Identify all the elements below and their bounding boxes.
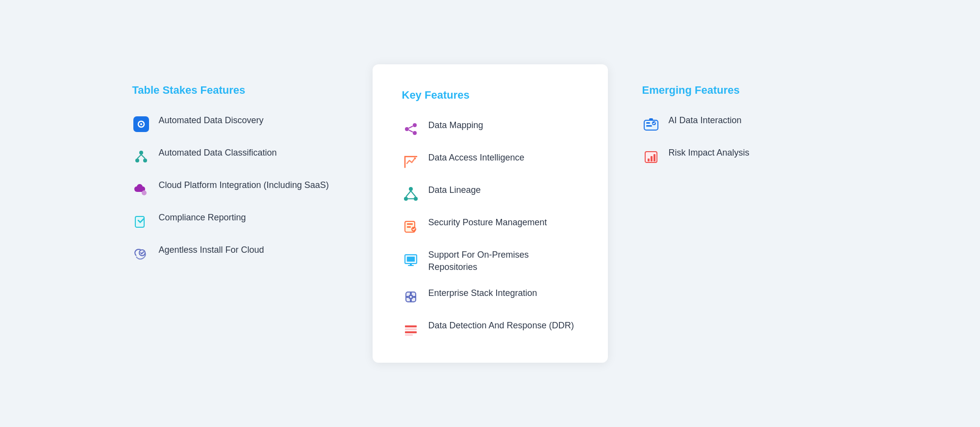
discovery-text: Automated Data Discovery — [159, 114, 264, 127]
svg-point-5 — [143, 159, 147, 162]
ai-text: AI Data Interaction — [669, 114, 742, 127]
main-container: Table Stakes Features Automated Data Dis… — [49, 64, 931, 363]
svg-rect-37 — [413, 296, 415, 298]
list-item: Data Lineage — [402, 184, 578, 203]
security-icon — [402, 217, 420, 235]
svg-line-14 — [409, 126, 413, 128]
ddr-text: Data Detection And Response (DDR) — [428, 320, 574, 332]
list-item: Security Posture Management — [402, 216, 578, 235]
key-features-list: Data Mapping Data Access Intelligence — [402, 119, 578, 338]
list-item: Agentless Install For Cloud — [132, 244, 338, 263]
classification-icon — [132, 148, 150, 165]
key-features-title: Key Features — [402, 89, 578, 102]
list-item: Data Detection And Response (DDR) — [402, 320, 578, 338]
svg-line-7 — [141, 155, 145, 159]
svg-point-18 — [404, 197, 408, 201]
svg-point-2 — [140, 123, 142, 125]
svg-rect-41 — [405, 334, 413, 336]
list-item: Automated Data Classification — [132, 147, 338, 165]
svg-point-8 — [142, 190, 147, 195]
agentless-text: Agentless Install For Cloud — [159, 244, 264, 256]
mapping-text: Data Mapping — [428, 119, 483, 132]
list-item: Cloud Platform Integration (Including Sa… — [132, 179, 338, 198]
enterprise-text: Enterprise Stack Integration — [428, 287, 537, 299]
svg-rect-29 — [410, 264, 412, 265]
svg-point-17 — [409, 187, 413, 191]
emerging-features-list: AI Data Interaction Risk Impact Analysis — [642, 114, 848, 165]
list-item: Enterprise Stack Integration — [402, 287, 578, 306]
svg-rect-24 — [407, 223, 413, 225]
risk-icon — [642, 148, 660, 165]
svg-line-21 — [411, 191, 416, 197]
svg-rect-34 — [410, 293, 412, 294]
svg-point-13 — [413, 131, 417, 135]
key-features-column: Key Features Data Mapping — [373, 64, 608, 363]
svg-point-33 — [410, 296, 412, 298]
ai-icon — [642, 115, 660, 133]
list-item: Data Mapping — [402, 119, 578, 138]
svg-line-20 — [406, 191, 411, 197]
risk-text: Risk Impact Analysis — [669, 147, 750, 159]
security-text: Security Posture Management — [428, 216, 547, 229]
svg-point-19 — [414, 197, 418, 201]
svg-rect-50 — [653, 154, 655, 161]
agentless-icon — [132, 245, 150, 263]
cloud-text: Cloud Platform Integration (Including Sa… — [159, 179, 329, 191]
svg-rect-43 — [646, 122, 650, 124]
discovery-icon — [132, 115, 150, 133]
svg-rect-46 — [649, 118, 653, 120]
cloud-icon — [132, 180, 150, 198]
svg-rect-35 — [410, 299, 412, 301]
compliance-text: Compliance Reporting — [159, 212, 246, 224]
svg-rect-30 — [408, 265, 414, 266]
compliance-icon — [132, 213, 150, 230]
classification-text: Automated Data Classification — [159, 147, 277, 159]
svg-rect-49 — [651, 156, 653, 161]
onprem-icon — [402, 250, 420, 267]
svg-rect-48 — [648, 159, 650, 161]
emerging-features-column: Emerging Features AI Data Interaction — [628, 64, 863, 185]
table-stakes-column: Table Stakes Features Automated Data Dis… — [118, 64, 353, 282]
svg-rect-39 — [405, 328, 417, 330]
list-item: Risk Impact Analysis — [642, 147, 848, 165]
list-item: Support For On-Premises Repositories — [402, 249, 578, 273]
list-item: Data Access Intelligence — [402, 152, 578, 170]
svg-point-4 — [135, 159, 139, 162]
svg-rect-36 — [406, 296, 408, 298]
list-item: AI Data Interaction — [642, 114, 848, 133]
svg-point-3 — [139, 151, 143, 155]
list-item: Compliance Reporting — [132, 212, 338, 230]
svg-point-11 — [405, 127, 409, 131]
svg-rect-40 — [405, 331, 417, 333]
access-icon — [402, 153, 420, 170]
svg-line-6 — [137, 155, 141, 159]
lineage-text: Data Lineage — [428, 184, 481, 196]
svg-rect-28 — [407, 257, 415, 262]
svg-line-15 — [409, 130, 413, 132]
table-stakes-title: Table Stakes Features — [132, 84, 338, 97]
list-item: Automated Data Discovery — [132, 114, 338, 133]
enterprise-icon — [402, 288, 420, 306]
access-text: Data Access Intelligence — [428, 152, 525, 164]
svg-rect-25 — [407, 226, 411, 228]
svg-rect-44 — [646, 125, 652, 127]
lineage-icon — [402, 185, 420, 203]
ddr-icon — [402, 320, 420, 338]
mapping-icon — [402, 120, 420, 138]
table-stakes-list: Automated Data Discovery Automated Data … — [132, 114, 338, 263]
emerging-features-title: Emerging Features — [642, 84, 848, 97]
onprem-text: Support For On-Premises Repositories — [428, 249, 578, 273]
svg-point-12 — [413, 123, 417, 127]
svg-rect-38 — [405, 325, 417, 327]
